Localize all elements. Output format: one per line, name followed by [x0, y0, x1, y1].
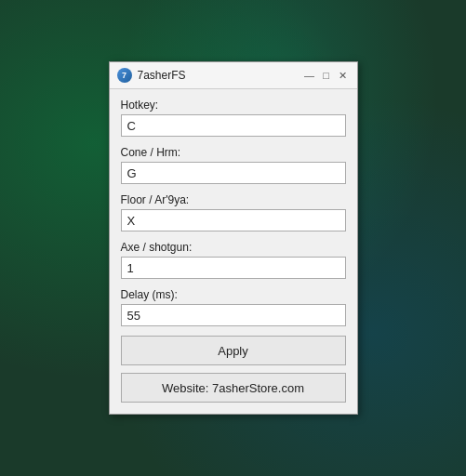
- app-window: 7 7asherFS — □ ✕ Hotkey: Cone / Hrm: Flo…: [109, 61, 358, 415]
- close-button[interactable]: ✕: [337, 69, 350, 82]
- window-title: 7asherFS: [138, 69, 186, 82]
- title-controls: — □ ✕: [303, 69, 350, 82]
- cone-hrm-group: Cone / Hrm:: [121, 146, 346, 184]
- website-button[interactable]: Website: 7asherStore.com: [121, 373, 346, 403]
- hotkey-input[interactable]: [121, 114, 346, 137]
- hotkey-label: Hotkey:: [121, 99, 346, 112]
- maximize-button[interactable]: □: [320, 69, 333, 82]
- title-left: 7 7asherFS: [117, 68, 186, 83]
- title-bar: 7 7asherFS — □ ✕: [110, 62, 357, 89]
- cone-hrm-label: Cone / Hrm:: [121, 146, 346, 159]
- hotkey-group: Hotkey:: [121, 99, 346, 137]
- minimize-button[interactable]: —: [303, 69, 316, 82]
- floor-ar9ya-group: Floor / Ar'9ya:: [121, 193, 346, 231]
- delay-ms-group: Delay (ms):: [121, 288, 346, 326]
- floor-ar9ya-input[interactable]: [121, 209, 346, 231]
- app-icon: 7: [117, 68, 132, 83]
- floor-ar9ya-label: Floor / Ar'9ya:: [121, 193, 346, 206]
- axe-shotgun-label: Axe / shotgun:: [121, 241, 346, 254]
- delay-ms-input[interactable]: [121, 304, 346, 326]
- apply-button[interactable]: Apply: [121, 336, 346, 365]
- axe-shotgun-group: Axe / shotgun:: [121, 241, 346, 279]
- axe-shotgun-input[interactable]: [121, 257, 346, 279]
- delay-ms-label: Delay (ms):: [121, 288, 346, 301]
- form-content: Hotkey: Cone / Hrm: Floor / Ar'9ya: Axe …: [110, 89, 357, 414]
- cone-hrm-input[interactable]: [121, 162, 346, 184]
